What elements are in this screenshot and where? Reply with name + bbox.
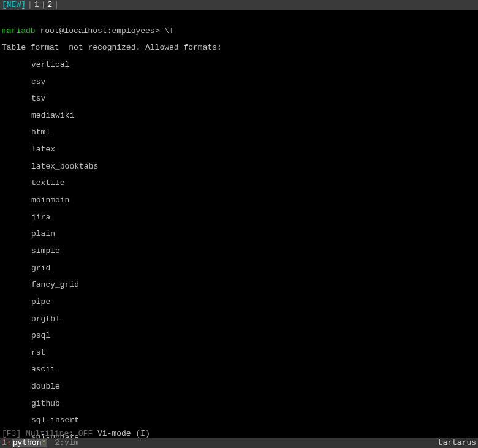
format-option: rst: [2, 349, 476, 357]
tab-2-active[interactable]: 2: [47, 1, 52, 9]
window-sep: :: [7, 439, 12, 447]
tab-1[interactable]: 1: [34, 1, 39, 9]
format-option: tsv: [2, 94, 476, 103]
format-option: simple: [2, 247, 476, 256]
format-option: ascii: [2, 365, 476, 374]
active-marker: *: [41, 438, 46, 447]
format-option: csv: [2, 78, 476, 86]
multiline-status: [F3] Multiline: OFF: [2, 429, 93, 438]
vi-mode-status: Vi-mode (I): [93, 429, 150, 438]
prompt-line: mariadb root@localhost:employees> \T: [2, 27, 476, 36]
error-header: Table format not recognized. Allowed for…: [2, 44, 476, 52]
window-2[interactable]: 2:vim: [55, 439, 78, 447]
tab-separator: |: [41, 1, 46, 9]
terminal-output[interactable]: mariadb root@localhost:employees> \T Tab…: [0, 18, 478, 448]
format-option: vertical: [2, 61, 476, 69]
format-option: moinmoin: [2, 196, 476, 205]
format-option: pipe: [2, 298, 476, 306]
format-option: github: [2, 400, 476, 408]
format-option: fancy_grid: [2, 281, 476, 289]
prompt-user: root@localhost:employees>: [36, 26, 165, 36]
tab-separator: |: [54, 1, 59, 9]
status-bar: [F3] Multiline: OFF Vi-mode (I): [0, 430, 478, 438]
command-text: \T: [164, 26, 174, 36]
format-option: textile: [2, 179, 476, 188]
top-tab-bar: [NEW] | 1 | 2 |: [0, 0, 478, 10]
format-option: latex_booktabs: [2, 162, 476, 171]
window-1-index[interactable]: 1: [2, 439, 7, 447]
format-option: double: [2, 382, 476, 391]
format-option: plain: [2, 230, 476, 238]
format-option: psql: [2, 332, 476, 340]
format-option: latex: [2, 145, 476, 154]
format-option: orgtbl: [2, 315, 476, 324]
prompt-db: mariadb: [2, 26, 36, 36]
window-1-name[interactable]: python*: [12, 439, 48, 447]
format-option: html: [2, 128, 476, 137]
format-option: sql-insert: [2, 416, 476, 425]
format-option: jira: [2, 213, 476, 222]
hostname: tartarus: [438, 439, 476, 447]
tmux-status-bar: 1:python* 2:vim tartarus: [0, 438, 478, 448]
format-option: grid: [2, 264, 476, 273]
format-option: mediawiki: [2, 112, 476, 120]
new-tab-button[interactable]: [NEW]: [2, 1, 26, 9]
tab-separator: |: [28, 1, 32, 9]
